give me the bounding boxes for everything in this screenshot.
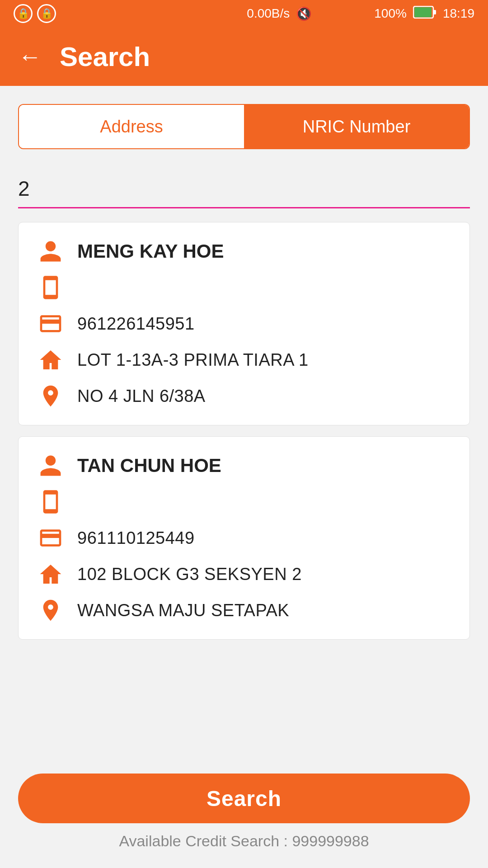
phone-icon-0: [37, 275, 65, 300]
battery-percent: 100%: [374, 6, 407, 21]
card-addr1-1: 102 BLOCK G3 SEKSYEN 2: [77, 565, 302, 584]
card-addr1-row-1: 102 BLOCK G3 SEKSYEN 2: [37, 561, 451, 587]
card-nric-row-1: 961110125449: [37, 525, 451, 551]
credit-info: Available Credit Search : 999999988: [18, 832, 470, 850]
search-button[interactable]: Search: [18, 774, 470, 823]
card-addr1-0: LOT 1-13A-3 PRIMA TIARA 1: [77, 350, 309, 370]
card-name-1: TAN CHUN HOE: [77, 455, 221, 476]
pin-icon-1: [37, 598, 65, 623]
nric-icon-0: [37, 311, 65, 336]
card-name-row-1: TAN CHUN HOE: [37, 453, 451, 478]
svg-rect-1: [414, 7, 432, 17]
phone-icon-1: [37, 489, 65, 514]
back-button[interactable]: ←: [18, 45, 42, 68]
card-phone-row-0: [37, 275, 451, 300]
tab-address[interactable]: Address: [19, 105, 244, 148]
lock-icon-1: 🔒: [14, 4, 33, 23]
person-icon-0: [37, 239, 65, 264]
search-input[interactable]: [18, 172, 470, 208]
pin-icon-0: [37, 383, 65, 409]
battery-icon: [413, 6, 436, 22]
card-addr2-0: NO 4 JLN 6/38A: [77, 387, 206, 406]
status-bar: 🔒 🔒 0.00B/s 🔇 100% 18:19: [0, 0, 488, 27]
mute-icon: 🔇: [296, 6, 312, 21]
card-nric-row-0: 961226145951: [37, 311, 451, 336]
time-display: 18:19: [443, 6, 474, 21]
card-addr2-1: WANGSA MAJU SETAPAK: [77, 601, 289, 620]
card-addr2-row-0: NO 4 JLN 6/38A: [37, 383, 451, 409]
card-name-0: MENG KAY HOE: [77, 241, 224, 262]
bottom-bar: Search Available Credit Search : 9999999…: [0, 760, 488, 868]
header: ← Search: [0, 27, 488, 86]
person-icon-1: [37, 453, 65, 478]
speed-indicator: 0.00B/s: [247, 6, 290, 21]
building-icon-0: [37, 347, 65, 373]
card-phone-row-1: [37, 489, 451, 514]
card-nric-1: 961110125449: [77, 528, 195, 548]
card-nric-0: 961226145951: [77, 314, 195, 334]
svg-rect-2: [433, 10, 436, 14]
tab-switcher: Address NRIC Number: [18, 104, 470, 149]
signal-icon: [346, 1, 368, 26]
card-name-row-0: MENG KAY HOE: [37, 239, 451, 264]
building-icon-1: [37, 561, 65, 587]
card-addr1-row-0: LOT 1-13A-3 PRIMA TIARA 1: [37, 347, 451, 373]
wifi-icon: [318, 1, 340, 26]
nric-icon-1: [37, 525, 65, 551]
card-addr2-row-1: WANGSA MAJU SETAPAK: [37, 598, 451, 623]
tab-nric[interactable]: NRIC Number: [244, 105, 469, 148]
page-title: Search: [60, 41, 150, 72]
lock-icon-2: 🔒: [37, 4, 56, 23]
results-list: MENG KAY HOE 961226145951 LOT 1-13A-3 PR…: [18, 222, 470, 640]
result-card-0[interactable]: MENG KAY HOE 961226145951 LOT 1-13A-3 PR…: [18, 222, 470, 425]
result-card-1[interactable]: TAN CHUN HOE 961110125449 102 BLOCK G3 S…: [18, 436, 470, 640]
search-field-container: [18, 172, 470, 208]
